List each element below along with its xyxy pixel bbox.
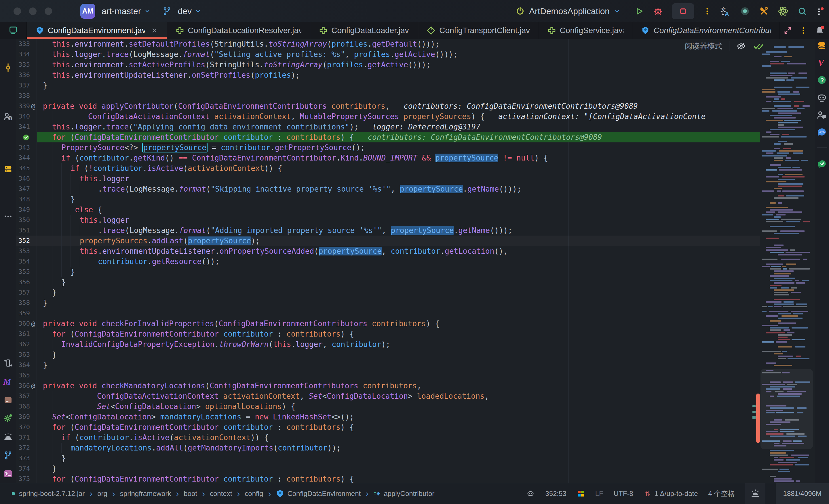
ai-assistant-icon[interactable] [816,92,827,103]
preview-device-button[interactable] [0,22,27,39]
line-number[interactable]: 356 [17,277,30,287]
execution-point-icon[interactable] [17,132,30,143]
inspections-badge-icon[interactable] [817,159,827,169]
line-body[interactable]: if (contributor.isActive(activationConte… [37,432,760,443]
line-number[interactable]: 346 [17,173,30,184]
terminal-icon[interactable] [3,469,13,479]
code-line-337[interactable]: 337} [16,80,760,91]
line-body[interactable]: } [37,80,760,91]
code-line-349[interactable]: 349 else { [16,204,760,215]
line-body[interactable]: } [37,277,760,287]
line-number[interactable]: 355 [17,267,30,277]
line-number[interactable]: 364 [17,360,30,370]
breadcrumb-item[interactable]: springframework [120,490,171,498]
line-number[interactable]: 353 [17,246,30,256]
line-number[interactable]: 339 [17,101,30,111]
copilot-icon[interactable] [526,489,535,498]
mybatisx-icon[interactable]: M [3,377,13,387]
line-body[interactable]: for (ConfigDataEnvironmentContributor co… [37,329,760,339]
code-line-348[interactable]: 348} [16,194,760,204]
line-number[interactable]: 365 [17,370,30,381]
editor-options-icon[interactable] [799,26,808,35]
line-number[interactable]: 345 [17,163,30,173]
tab-configdataenvironmentcontributo[interactable]: ConfigDataEnvironmentContributo [633,22,780,39]
line-number[interactable]: 348 [17,194,30,204]
line-number[interactable]: 369 [17,412,30,422]
line-body[interactable]: if (!contributor.isActive(activationCont… [37,163,760,173]
line-body[interactable]: private void applyContributor(ConfigData… [37,101,760,111]
project-name[interactable]: art-master [102,6,141,16]
line-body[interactable]: ConfigDataActivationContext activationCo… [37,111,760,122]
expand-editor-icon[interactable] [784,26,792,35]
breadcrumb-item[interactable]: boot [184,490,197,498]
line-body[interactable]: Set<ConfigDataLocation> mandatoryLocatio… [37,412,760,422]
line-number[interactable]: 335 [17,60,30,70]
line-body[interactable]: this.environmentUpdateListener.onPropert… [37,246,760,256]
record-icon[interactable] [740,6,750,16]
line-body[interactable] [37,308,760,318]
line-body[interactable]: } [37,298,760,308]
line-number[interactable]: 338 [17,91,30,101]
window-close-button[interactable] [13,7,21,15]
line-number[interactable]: 367 [17,391,30,401]
code-line-359[interactable]: 359 [16,308,760,318]
atom-plugin-icon[interactable] [778,6,789,17]
debug-button[interactable] [653,6,663,16]
line-number[interactable]: 361 [17,329,30,339]
run-configuration[interactable]: ArtDemosApplication [515,6,621,16]
code-line-356[interactable]: 356} [16,277,760,287]
code-line-335[interactable]: 335this.environment.setActiveProfiles(St… [16,60,760,70]
line-number[interactable]: 360 [17,318,30,329]
code-line-342[interactable]: for (ConfigDataEnvironmentContributor co… [16,132,760,143]
caret-position[interactable]: 352:53 [545,490,566,498]
line-body[interactable]: InvalidConfigDataPropertyException.throw… [37,339,760,350]
line-number[interactable]: 351 [17,225,30,236]
git-tool-icon[interactable] [3,451,13,460]
line-body[interactable]: for (ConfigDataEnvironmentContributor co… [37,132,760,143]
line-body[interactable]: } [37,360,760,370]
line-number[interactable]: 358 [17,298,30,308]
breadcrumb-item[interactable]: config [245,490,263,498]
line-number[interactable]: 357 [17,287,30,298]
line-body[interactable]: } [37,453,760,463]
indent-setting[interactable]: 4 个空格 [709,489,735,498]
line-body[interactable]: this.logger.trace(LogMessage.format("Set… [37,49,760,60]
line-body[interactable]: } [37,463,760,474]
line-body[interactable]: for (ConfigDataEnvironmentContributor co… [37,474,760,483]
commit-icon[interactable] [3,63,13,73]
inspections-ok-icon[interactable] [753,41,763,51]
stop-button[interactable] [672,3,694,19]
code-line-365[interactable]: 365 [16,370,760,381]
line-body[interactable]: Set<ConfigDataLocation> optionalLocation… [37,401,760,412]
line-number[interactable]: 370 [17,422,30,432]
line-body[interactable]: .trace(LogMessage.format("Skipping inact… [37,184,760,194]
code-line-354[interactable]: 354contributor.getResource()); [16,256,760,267]
breadcrumb-item[interactable]: applyContributor [373,490,434,498]
code-line-362[interactable]: 362InvalidConfigDataPropertyException.th… [16,339,760,350]
line-number[interactable]: 375 [17,474,30,483]
line-body[interactable]: } [37,287,760,298]
line-number[interactable]: 372 [17,443,30,453]
code-line-350[interactable]: 350this.logger [16,215,760,225]
code-line-352[interactable]: 352propertySources.addLast(propertySourc… [16,236,760,246]
line-number[interactable]: 354 [17,256,30,267]
line-body[interactable]: this.logger [37,173,760,184]
line-number[interactable]: 371 [17,432,30,443]
line-body[interactable]: else { [37,204,760,215]
code-line-366[interactable]: 366@private void checkMandatoryLocations… [16,381,760,391]
code-line-364[interactable]: 364} [16,360,760,370]
code-line-341[interactable]: 341this.logger.trace("Applying config da… [16,122,760,132]
line-body[interactable]: this.environmentUpdateListener.onSetProf… [37,70,760,80]
line-number[interactable]: 366 [17,381,30,391]
line-body[interactable]: mandatoryLocations.addAll(getMandatoryIm… [37,443,760,453]
code-line-373[interactable]: 373} [16,453,760,463]
line-number[interactable]: 340 [17,111,30,122]
line-body[interactable]: .trace(LogMessage.format("Adding importe… [37,225,760,236]
run-button[interactable] [634,6,644,16]
code-line-368[interactable]: 368Set<ConfigDataLocation> optionalLocat… [16,401,760,412]
code-line-338[interactable]: 338 [16,91,760,101]
line-number[interactable]: 336 [17,70,30,80]
code-line-344[interactable]: 344if (contributor.getKind() == ConfigDa… [16,153,760,163]
line-body[interactable]: propertySources.addLast(propertySource); [37,236,760,246]
line-number[interactable]: 343 [17,143,30,153]
